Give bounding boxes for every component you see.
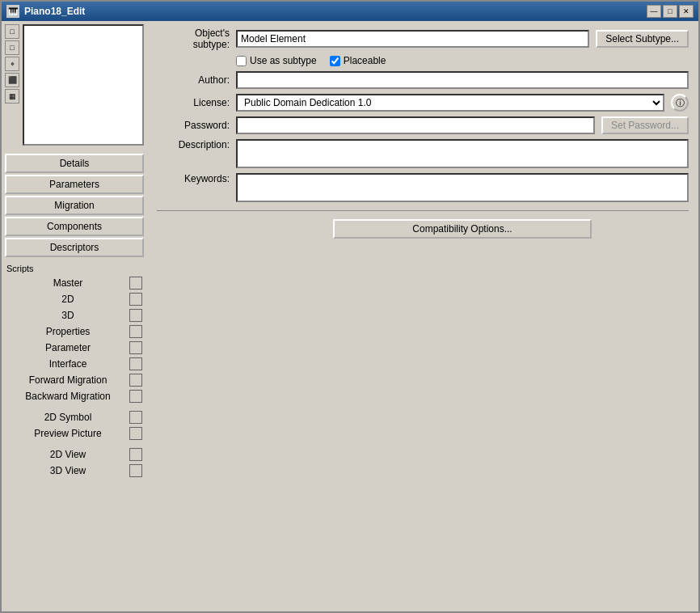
window-title: Piano18_Edit bbox=[24, 6, 85, 17]
description-textarea[interactable] bbox=[238, 141, 687, 167]
description-row: Description: bbox=[157, 139, 689, 168]
script-backward-migration: Backward Migration bbox=[5, 388, 144, 404]
select-subtype-button[interactable]: Select Subtype... bbox=[596, 30, 689, 48]
author-label: Author: bbox=[157, 74, 230, 86]
preview-area bbox=[23, 24, 144, 146]
toolbar-icon-4[interactable]: ⬛ bbox=[5, 73, 19, 87]
nav-buttons: Details Parameters Migration Components … bbox=[5, 154, 144, 257]
script-backward-migration-label[interactable]: Backward Migration bbox=[6, 389, 129, 404]
nav-descriptors[interactable]: Descriptors bbox=[5, 238, 144, 257]
script-forward-migration: Forward Migration bbox=[5, 372, 144, 388]
author-row: Author: bbox=[157, 71, 689, 89]
license-row: License: Public Domain Dedication 1.0 MI… bbox=[157, 94, 689, 112]
script-2d-view-label[interactable]: 2D View bbox=[6, 447, 129, 462]
scripts-section: Scripts Master 2D 3D Properties bbox=[5, 262, 144, 479]
script-2d-checkbox[interactable] bbox=[129, 293, 142, 306]
toolbar-icon-2[interactable]: □ bbox=[5, 40, 19, 55]
preview-container: □ □ ⌖ ⬛ ▦ bbox=[5, 24, 144, 150]
main-window: 🎹 Piano18_Edit — □ ✕ □ □ ⌖ ⬛ ▦ bbox=[0, 0, 700, 613]
script-preview-picture-label[interactable]: Preview Picture bbox=[6, 426, 129, 441]
script-3d: 3D bbox=[5, 307, 144, 323]
script-properties-checkbox[interactable] bbox=[129, 325, 142, 338]
license-info-button[interactable]: ⓘ bbox=[671, 94, 689, 112]
license-label: License: bbox=[157, 97, 230, 108]
nav-details[interactable]: Details bbox=[5, 154, 144, 173]
keywords-label: Keywords: bbox=[157, 173, 230, 184]
compatibility-options-button[interactable]: Compatibility Options... bbox=[333, 219, 592, 239]
keywords-wrapper bbox=[236, 173, 689, 202]
script-2d-symbol-label[interactable]: 2D Symbol bbox=[6, 410, 129, 425]
keywords-textarea[interactable] bbox=[238, 175, 687, 201]
password-label: Password: bbox=[157, 120, 230, 131]
password-row: Password: Set Password... bbox=[157, 116, 689, 134]
compat-row: Compatibility Options... bbox=[157, 219, 689, 239]
toolbar-icon-3[interactable]: ⌖ bbox=[5, 57, 19, 71]
script-2d-view: 2D View bbox=[5, 446, 144, 463]
script-master-label[interactable]: Master bbox=[6, 276, 129, 290]
script-2d: 2D bbox=[5, 291, 144, 307]
object-subtype-input[interactable] bbox=[236, 30, 589, 48]
script-preview-picture: Preview Picture bbox=[5, 425, 144, 442]
window-content: □ □ ⌖ ⬛ ▦ Details Parameters Migration C… bbox=[2, 21, 698, 611]
script-parameter-label[interactable]: Parameter bbox=[6, 340, 129, 355]
use-as-subtype-checkbox[interactable] bbox=[236, 56, 247, 66]
script-forward-migration-checkbox[interactable] bbox=[129, 374, 142, 387]
author-input[interactable] bbox=[236, 71, 689, 89]
script-3d-checkbox[interactable] bbox=[129, 309, 142, 322]
script-parameter-checkbox[interactable] bbox=[129, 341, 142, 354]
script-properties-label[interactable]: Properties bbox=[6, 324, 129, 339]
script-2d-view-checkbox[interactable] bbox=[129, 448, 142, 461]
placeable-checkbox[interactable] bbox=[330, 56, 340, 66]
description-label: Description: bbox=[157, 139, 230, 150]
use-as-subtype-label[interactable]: Use as subtype bbox=[236, 55, 317, 66]
scripts-label: Scripts bbox=[5, 262, 144, 275]
script-2d-symbol-checkbox[interactable] bbox=[129, 411, 142, 424]
maximize-button[interactable]: □ bbox=[663, 5, 677, 18]
placeable-label[interactable]: Placeable bbox=[330, 55, 386, 66]
object-subtype-label: Object's subtype: bbox=[157, 27, 230, 50]
right-panel: Object's subtype: Select Subtype... Use … bbox=[147, 21, 698, 611]
left-toolbar: □ □ ⌖ ⬛ ▦ bbox=[5, 24, 19, 150]
description-wrapper bbox=[236, 139, 689, 168]
nav-components[interactable]: Components bbox=[5, 217, 144, 236]
title-buttons: — □ ✕ bbox=[647, 5, 694, 18]
options-row: Use as subtype Placeable bbox=[157, 55, 689, 66]
left-panel: □ □ ⌖ ⬛ ▦ Details Parameters Migration C… bbox=[2, 21, 147, 611]
title-bar: 🎹 Piano18_Edit — □ ✕ bbox=[2, 2, 698, 21]
minimize-button[interactable]: — bbox=[647, 5, 661, 18]
set-password-button[interactable]: Set Password... bbox=[601, 116, 689, 134]
script-interface-checkbox[interactable] bbox=[129, 357, 142, 370]
script-2d-label[interactable]: 2D bbox=[6, 292, 129, 306]
script-3d-view-label[interactable]: 3D View bbox=[6, 463, 129, 478]
toolbar-icon-1[interactable]: □ bbox=[5, 24, 19, 39]
script-master-checkbox[interactable] bbox=[129, 277, 142, 290]
script-3d-view-checkbox[interactable] bbox=[129, 464, 142, 477]
script-2d-symbol: 2D Symbol bbox=[5, 409, 144, 425]
script-3d-label[interactable]: 3D bbox=[6, 308, 129, 323]
subtype-row: Object's subtype: Select Subtype... bbox=[157, 27, 689, 50]
script-master: Master bbox=[5, 275, 144, 291]
script-interface: Interface bbox=[5, 356, 144, 372]
keywords-row: Keywords: bbox=[157, 173, 689, 202]
script-3d-view: 3D View bbox=[5, 463, 144, 479]
script-forward-migration-label[interactable]: Forward Migration bbox=[6, 373, 129, 387]
script-preview-picture-checkbox[interactable] bbox=[129, 427, 142, 440]
divider bbox=[157, 210, 689, 211]
window-icon: 🎹 bbox=[6, 5, 19, 18]
toolbar-icon-5[interactable]: ▦ bbox=[5, 89, 19, 104]
close-button[interactable]: ✕ bbox=[679, 5, 694, 18]
title-bar-left: 🎹 Piano18_Edit bbox=[6, 5, 85, 18]
script-properties: Properties bbox=[5, 323, 144, 340]
password-input[interactable] bbox=[236, 116, 595, 134]
nav-parameters[interactable]: Parameters bbox=[5, 175, 144, 194]
script-parameter: Parameter bbox=[5, 340, 144, 356]
nav-migration[interactable]: Migration bbox=[5, 196, 144, 215]
script-backward-migration-checkbox[interactable] bbox=[129, 390, 142, 403]
script-interface-label[interactable]: Interface bbox=[6, 357, 129, 371]
license-select[interactable]: Public Domain Dedication 1.0 MIT Apache … bbox=[236, 94, 664, 112]
